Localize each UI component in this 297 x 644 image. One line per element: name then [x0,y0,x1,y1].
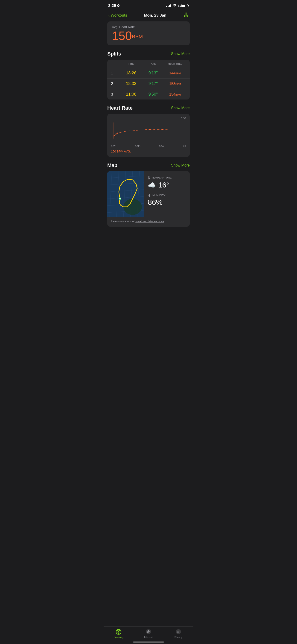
thermometer-icon [148,176,150,180]
back-button[interactable]: ‹ Workouts [108,13,127,18]
splits-title: Splits [107,51,121,57]
map-image[interactable] [107,171,144,217]
share-button[interactable] [183,12,189,19]
table-row: 1 18:26 9'13'' 144BPM [107,68,190,78]
nav-bar: ‹ Workouts Mon, 23 Jan [104,10,194,22]
avg-heart-rate-card: Avg. Heart Rate 150BPM [107,22,190,45]
temperature-row: TEMPERATURE ☁️ 16° [148,176,186,189]
status-bar: 2:29 61 [104,0,194,10]
signal-icon [166,4,171,7]
chart-max-label: 160 [181,116,186,120]
status-right: 61 [166,4,189,8]
table-row: 3 11:08 9'50'' 154BPM [107,89,190,100]
svg-point-23 [119,198,121,200]
map-content: TEMPERATURE ☁️ 16° HUMIDITY 86% [107,171,190,217]
humidity-icon [148,194,151,197]
splits-show-more-button[interactable]: Show More [171,52,190,56]
location-icon [117,4,120,7]
splits-table: Time Pace Heart Rate 1 18:26 9'13'' 144B… [107,60,190,100]
humidity-row: HUMIDITY 86% [148,194,186,206]
wifi-icon [173,4,176,8]
back-label: Workouts [111,13,127,18]
chart-avg-label: 150 BPM AVG. [111,150,186,153]
map-weather: TEMPERATURE ☁️ 16° HUMIDITY 86% [144,171,190,217]
temperature-value: 16° [158,181,169,189]
avg-hr-label: Avg. Heart Rate [112,25,185,29]
splits-section-header: Splits Show More [104,51,194,60]
heart-rate-section-header: Heart Rate Show More [104,105,194,114]
cloud-icon: ☁️ [148,181,156,189]
heart-rate-chart-card: 160 6:20 6:36 6:52 99 150 BP [107,114,190,157]
heart-rate-title: Heart Rate [107,105,132,111]
map-card[interactable]: TEMPERATURE ☁️ 16° HUMIDITY 86% [107,171,190,227]
chevron-left-icon: ‹ [108,13,110,18]
heart-rate-chart [111,120,186,143]
share-icon [183,12,189,18]
status-time: 2:29 [108,4,120,8]
splits-header: Time Pace Heart Rate [107,60,190,68]
avg-hr-value: 150BPM [112,30,185,42]
weather-data-sources-link[interactable]: weather data sources [136,220,164,223]
weather-note: Learn more about weather data sources [107,217,190,227]
map-title: Map [107,162,118,168]
table-row: 2 18:33 9'17'' 153BPM [107,78,190,89]
map-show-more-button[interactable]: Show More [171,163,190,168]
humidity-value: 86% [148,198,186,206]
heart-rate-show-more-button[interactable]: Show More [171,106,190,110]
page-title: Mon, 23 Jan [144,13,166,18]
battery-icon: 61 [178,4,189,7]
map-section-header: Map Show More [104,162,194,171]
chart-x-labels: 6:20 6:36 6:52 99 [111,145,186,148]
